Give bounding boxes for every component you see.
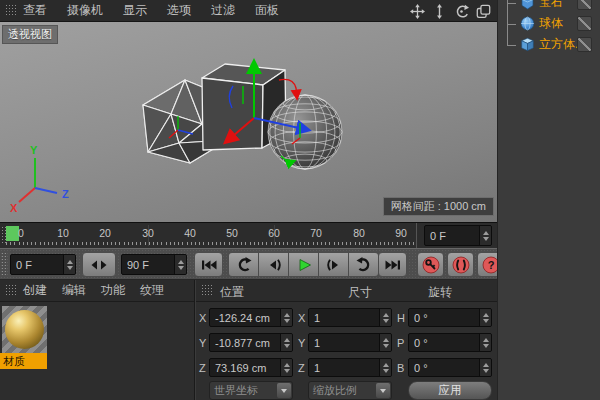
playback-button-group [228,252,379,277]
object-row-cube[interactable]: 立方体.3 [498,34,600,55]
tick-label: 40 [184,227,196,239]
frame-spinner[interactable] [479,226,491,245]
size-z-label: Z [298,362,308,374]
size-x-field[interactable] [308,308,392,327]
view-nav-icons [409,3,491,19]
sphere-object[interactable] [268,95,342,169]
animation-toolbar: ? [0,248,497,280]
timeline-playhead[interactable] [6,226,19,241]
menu-options[interactable]: 选项 [167,2,191,19]
viewport-menubar: 查看 摄像机 显示 选项 过滤 面板 [0,0,497,22]
rotate-icon[interactable] [453,3,469,19]
pos-z-input[interactable] [210,359,280,376]
goto-end-button[interactable] [378,252,407,277]
size-y-input[interactable] [309,334,379,351]
tree-connector [507,34,520,55]
start-frame-spinner[interactable] [63,255,75,274]
question-icon: ? [487,259,494,271]
record-keyframe-button[interactable] [417,252,444,277]
size-y-spinner[interactable] [379,334,391,351]
rot-p-input[interactable] [409,334,479,351]
object-name[interactable]: 球体 [539,15,563,32]
world-axis-x-label: X [10,202,18,214]
autokey-button[interactable] [447,252,474,277]
frame-step-buttons[interactable] [82,252,116,277]
menu-filter[interactable]: 过滤 [211,2,235,19]
size-x-input[interactable] [309,309,379,326]
size-y-field[interactable] [308,333,392,352]
menu-edit[interactable]: 编辑 [62,282,86,299]
world-axis-y-label: Y [30,144,38,156]
apply-button[interactable]: 应用 [408,381,492,400]
panel-grip[interactable] [5,4,17,17]
menu-panel[interactable]: 面板 [255,2,279,19]
pos-z-field[interactable] [209,358,293,377]
rot-b-input[interactable] [409,359,479,376]
prev-key-button[interactable] [229,253,258,276]
start-frame-input[interactable] [11,255,63,274]
prev-frame-button[interactable] [259,253,288,276]
size-z-field[interactable] [308,358,392,377]
object-row-gem[interactable]: 宝石 [498,0,600,13]
viewport-3d[interactable]: Y X Z 透视视图 网格间距 : 1000 cm [0,22,497,222]
next-key-button[interactable] [349,253,378,276]
next-frame-button[interactable] [319,253,348,276]
start-frame-field[interactable] [10,254,76,275]
object-toggle[interactable] [577,0,592,10]
world-axis-indicator: Y X Z [10,144,69,214]
pos-x-input[interactable] [210,309,280,326]
current-frame-input[interactable] [425,226,479,245]
rot-b-spinner[interactable] [479,359,491,376]
viewport-view-label[interactable]: 透视视图 [2,25,58,44]
scale-mode-dropdown[interactable]: 缩放比例 [308,381,392,400]
menu-texture[interactable]: 纹理 [140,282,164,299]
object-row-sphere[interactable]: 球体 [498,13,600,34]
viewport-scene: Y X Z [0,22,497,222]
pos-x-spinner[interactable] [280,309,292,326]
material-thumbnail[interactable] [2,306,47,353]
panel-grip[interactable] [201,284,213,297]
object-toggle[interactable] [577,16,592,31]
rot-h-input[interactable] [409,309,479,326]
rot-h-label: H [397,312,407,324]
layout-toggle-icon[interactable] [475,3,491,19]
material-name-label[interactable]: 材质 [0,353,47,369]
size-z-input[interactable] [309,359,379,376]
object-name[interactable]: 宝石 [539,0,563,11]
menu-camera[interactable]: 摄像机 [67,2,103,19]
size-x-spinner[interactable] [379,309,391,326]
panel-grip[interactable] [1,252,7,276]
pos-x-field[interactable] [209,308,293,327]
end-frame-field[interactable] [121,254,187,275]
move-icon[interactable] [409,3,425,19]
panel-grip[interactable] [5,284,17,297]
play-button[interactable] [289,253,318,276]
coord-system-dropdown[interactable]: 世界坐标 [209,381,293,400]
end-frame-input[interactable] [122,255,174,274]
pos-y-input[interactable] [210,334,280,351]
scale-mode-value: 缩放比例 [313,384,357,396]
rot-h-field[interactable] [408,308,492,327]
current-frame-field[interactable] [424,225,492,246]
timeline-ruler[interactable]: 0 10 20 30 40 50 60 70 80 90 [0,222,497,248]
pos-y-spinner[interactable] [280,334,292,351]
menu-create[interactable]: 创建 [23,282,47,299]
rot-h-spinner[interactable] [479,309,491,326]
rot-p-field[interactable] [408,333,492,352]
size-z-spinner[interactable] [379,359,391,376]
record-options-button[interactable]: ? [477,252,497,277]
menu-function[interactable]: 功能 [101,282,125,299]
material-preview-sphere [5,310,44,349]
rot-b-field[interactable] [408,358,492,377]
pos-y-field[interactable] [209,333,293,352]
object-toggle[interactable] [577,37,592,52]
material-manager: 创建 编辑 功能 纹理 材质 [0,280,195,400]
pos-z-spinner[interactable] [280,359,292,376]
end-frame-spinner[interactable] [174,255,186,274]
scale-icon[interactable] [431,3,447,19]
rot-p-spinner[interactable] [479,334,491,351]
gem-icon [520,0,535,10]
menu-view[interactable]: 查看 [23,2,47,19]
goto-start-button[interactable] [194,252,223,277]
menu-display[interactable]: 显示 [123,2,147,19]
